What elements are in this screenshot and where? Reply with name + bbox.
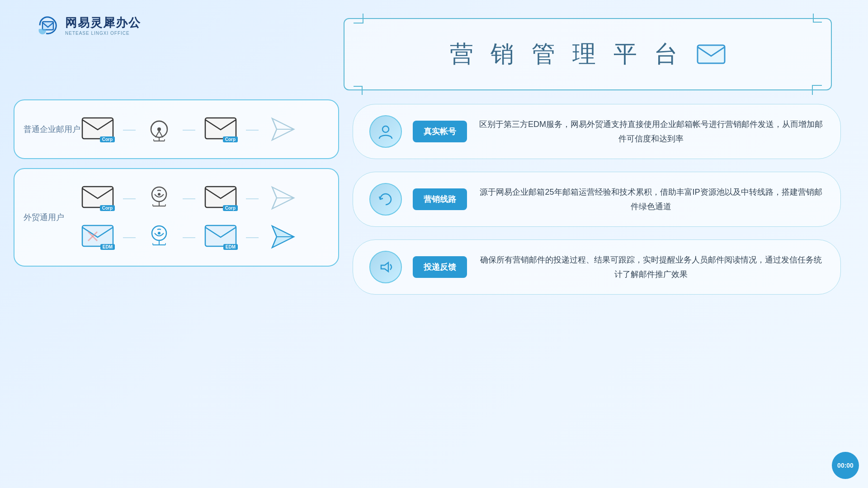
flow-row-1: Corp — — [60, 114, 320, 145]
feature-card-3: 投递反馈 确保所有营销邮件的投递过程、结果可跟踪，实时提醒业务人员邮件阅读情况，… [353, 239, 841, 295]
corner-bl [354, 86, 363, 95]
logo-area: 网易灵犀办公 NETEASE LINGXI OFFICE [36, 14, 141, 37]
timer-text: 00:00 [837, 462, 854, 469]
feature-desc-3: 确保所有营销邮件的投递过程、结果可跟踪，实时提醒业务人员邮件阅读情况，通过发信任… [478, 253, 824, 282]
trade-user-card: 外贸通用户 Corp — — [14, 168, 339, 267]
corp-mail-3: Corp [81, 184, 114, 212]
svg-point-13 [158, 193, 160, 196]
corp-badge-1: Corp [100, 136, 115, 142]
title-banner: 营 销 管 理 平 台 [344, 18, 832, 90]
arrow-2: — [183, 122, 195, 136]
arrow-6: — [246, 191, 259, 205]
svg-rect-0 [42, 22, 53, 30]
hub-icon-3 [145, 222, 174, 251]
user-icon [377, 123, 394, 140]
normal-user-card: 普通企业邮用户 Corp — [14, 99, 339, 159]
hub-icon-1 [145, 115, 174, 144]
svg-rect-29 [205, 225, 236, 246]
corp-badge-3: Corp [100, 205, 115, 211]
real-account-button[interactable]: 真实帐号 [413, 121, 467, 142]
feature-card-2: 营销线路 源于网易企业邮箱25年邮箱运营经验和技术累积，借助丰富IP资源池以及中… [353, 172, 841, 227]
flow-row-edm: EDM — — EDM — [60, 221, 320, 252]
plane-icon-3 [268, 221, 298, 252]
arrow-4: — [123, 191, 136, 205]
arrow-1: — [123, 122, 136, 136]
corp-mail-4: Corp [204, 184, 237, 212]
card1-label: 普通企业邮用户 [24, 124, 80, 135]
marketing-route-button[interactable]: 营销线路 [413, 188, 467, 210]
svg-rect-18 [205, 187, 236, 207]
left-panel: 普通企业邮用户 Corp — [14, 99, 339, 267]
edm-mail-1: EDM [81, 223, 114, 251]
svg-rect-1 [698, 45, 725, 63]
arrow-9: — [246, 230, 259, 244]
edm-badge-2: EDM [223, 244, 238, 250]
plane-icon-2 [268, 183, 298, 213]
right-panel: 真实帐号 区别于第三方EDM服务，网易外贸通支持直接使用企业邮箱帐号进行营销邮件… [353, 104, 841, 295]
svg-rect-9 [205, 118, 236, 139]
corp-mail-1: Corp [81, 115, 114, 143]
arrow-3: — [246, 122, 259, 136]
plane-icon-1 [268, 114, 298, 145]
logo-text: 网易灵犀办公 NETEASE LINGXI OFFICE [65, 15, 141, 36]
corp-badge-2: Corp [223, 136, 238, 142]
user-icon-circle [369, 115, 402, 148]
refresh-icon-circle [369, 183, 402, 216]
email-title-icon [697, 43, 726, 65]
corp-badge-4: Corp [223, 205, 238, 211]
logo-sub-text: NETEASE LINGXI OFFICE [65, 31, 141, 36]
arrow-8: — [183, 230, 195, 244]
main-title: 营 销 管 理 平 台 [450, 38, 683, 70]
arrow-5: — [183, 191, 195, 205]
corner-tr [813, 14, 822, 23]
hub-icon-2 [145, 183, 174, 212]
svg-point-24 [158, 232, 160, 235]
speaker-icon-circle [369, 251, 402, 283]
card2-label: 外贸通用户 [24, 212, 64, 223]
speaker-icon [377, 259, 394, 275]
edm-badge-1: EDM [100, 244, 115, 250]
svg-rect-20 [82, 225, 113, 246]
feature-desc-2: 源于网易企业邮箱25年邮箱运营经验和技术累积，借助丰富IP资源池以及中转线路，搭… [478, 185, 824, 214]
svg-rect-2 [82, 118, 113, 139]
arrow-7: — [123, 230, 136, 244]
logo-main-text: 网易灵犀办公 [65, 15, 141, 31]
flow-row-corp: Corp — — Corp — [60, 183, 320, 213]
timer-badge: 00:00 [832, 452, 859, 479]
svg-rect-11 [82, 187, 113, 207]
delivery-feedback-button[interactable]: 投递反馈 [413, 256, 467, 278]
svg-point-31 [382, 126, 389, 132]
edm-mail-2: EDM [204, 223, 237, 251]
refresh-icon [377, 191, 394, 207]
feature-card-1: 真实帐号 区别于第三方EDM服务，网易外贸通支持直接使用企业邮箱帐号进行营销邮件… [353, 104, 841, 159]
logo-icon [36, 14, 60, 37]
corp-mail-2: Corp [204, 115, 237, 143]
feature-desc-1: 区别于第三方EDM服务，网易外贸通支持直接使用企业邮箱帐号进行营销邮件发送，从而… [478, 117, 824, 146]
